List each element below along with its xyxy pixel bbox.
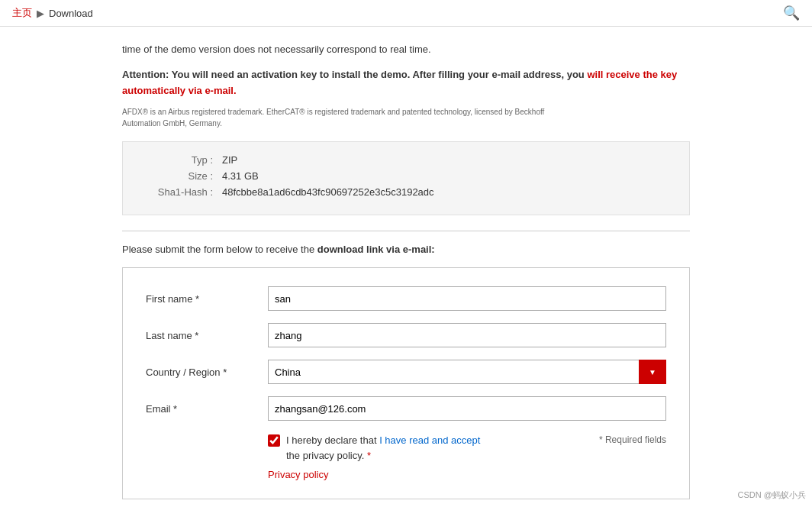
country-select[interactable]: China Germany USA France [268, 360, 666, 384]
privacy-checkbox[interactable] [268, 434, 280, 447]
divider [122, 231, 690, 231]
required-star: * [367, 450, 371, 461]
watermark: CSDN @蚂蚁小兵 [738, 489, 806, 501]
type-value: ZIP [222, 154, 237, 166]
country-select-wrapper: China Germany USA France [268, 360, 666, 384]
email-row: Email * [146, 396, 666, 421]
country-label: Country / Region * [146, 367, 268, 378]
top-nav: 主页 ▶ Download 🔍 [0, 0, 812, 27]
attention-box: Attention: You will need an activation k… [122, 67, 690, 99]
form-container: First name * Last name * Country / Regio… [122, 267, 690, 499]
search-icon: 🔍 [783, 5, 800, 21]
required-fields-note: * Required fields [599, 433, 666, 445]
last-name-row: Last name * [146, 323, 666, 347]
search-button[interactable]: 🔍 [783, 5, 800, 21]
size-value: 4.31 GB [222, 170, 259, 182]
attention-highlight: will receive the key automatically via e… [122, 69, 677, 96]
breadcrumb-current: Download [49, 8, 93, 19]
privacy-policy-link[interactable]: Privacy policy [268, 469, 328, 480]
intro-text: time of the demo version does not necess… [122, 42, 690, 58]
size-label: Size : [146, 170, 222, 182]
sha-label: Sha1-Hash : [146, 186, 222, 198]
email-label: Email * [146, 403, 268, 415]
breadcrumb: 主页 ▶ Download [12, 6, 93, 20]
home-link[interactable]: 主页 [12, 6, 32, 20]
form-intro: Please submit the form below to receive … [122, 244, 690, 255]
file-size-row: Size : 4.31 GB [146, 170, 666, 182]
last-name-label: Last name * [146, 330, 268, 341]
checkbox-row: I hereby declare that I have read and ac… [268, 433, 666, 463]
privacy-accept-link: I have read and accept [379, 434, 480, 446]
email-input[interactable] [268, 396, 666, 421]
first-name-row: First name * [146, 286, 666, 311]
breadcrumb-arrow: ▶ [37, 8, 44, 19]
file-sha-row: Sha1-Hash : 48fcbbe8a1ad6cdb43fc90697252… [146, 186, 666, 198]
file-type-row: Typ : ZIP [146, 154, 666, 166]
main-content: time of the demo version does not necess… [0, 27, 812, 507]
first-name-label: First name * [146, 293, 268, 305]
file-info-box: Typ : ZIP Size : 4.31 GB Sha1-Hash : 48f… [122, 141, 690, 215]
checkbox-area: I hereby declare that I have read and ac… [268, 433, 584, 463]
country-row: Country / Region * China Germany USA Fra… [146, 360, 666, 384]
attention-strong: Attention: You will need an activation k… [122, 69, 677, 96]
first-name-input[interactable] [268, 286, 666, 311]
privacy-link-row: Privacy policy [268, 469, 666, 480]
type-label: Typ : [146, 154, 222, 166]
checkbox-text: I hereby declare that I have read and ac… [286, 433, 480, 463]
trademark-text: AFDX® is an Airbus registered trademark.… [122, 106, 690, 129]
last-name-input[interactable] [268, 323, 666, 347]
sha-value: 48fcbbe8a1ad6cdb43fc90697252e3c5c3192adc [222, 186, 434, 198]
